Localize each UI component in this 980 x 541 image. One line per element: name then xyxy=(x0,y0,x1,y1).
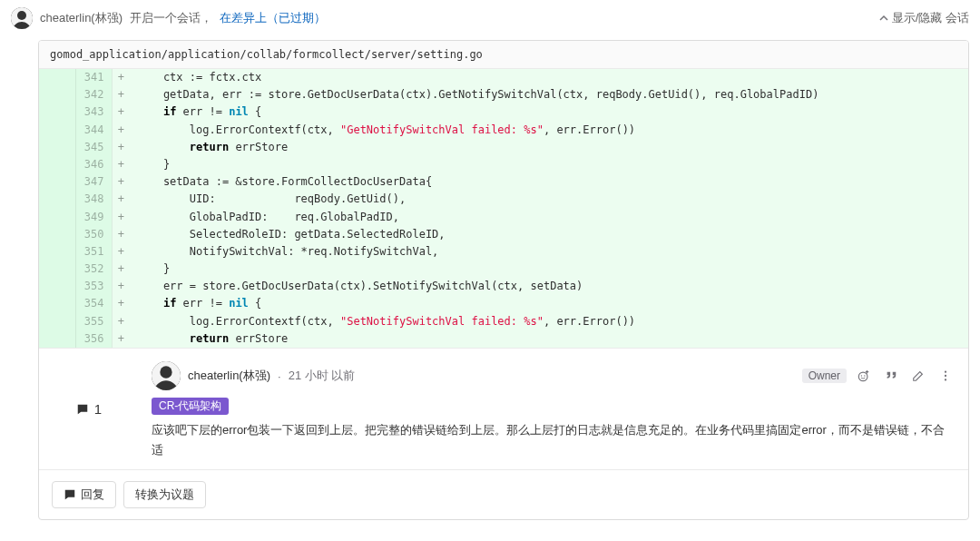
line-number-old: . xyxy=(39,86,75,103)
code-content: log.ErrorContextf(ctx, "SetNotifySwitchV… xyxy=(130,313,968,330)
avatar[interactable] xyxy=(11,7,33,29)
diff-line[interactable]: .348+ UID: reqBody.GetUid(), xyxy=(39,191,968,208)
thread-action-text: 开启一个会话， xyxy=(130,10,212,26)
avatar[interactable] xyxy=(152,361,181,390)
diff-line[interactable]: .349+ GlobalPadID: req.GlobalPadID, xyxy=(39,209,968,226)
diff-line[interactable]: .345+ return errStore xyxy=(39,139,968,156)
file-path[interactable]: gomod_application/application/collab/for… xyxy=(39,41,968,69)
line-number-new: 355 xyxy=(75,313,112,330)
line-number-new: 356 xyxy=(75,330,112,348)
svg-point-3 xyxy=(160,366,172,378)
diff-marker: + xyxy=(112,209,130,226)
diff-line[interactable]: .355+ log.ErrorContextf(ctx, "SetNotifyS… xyxy=(39,313,968,330)
code-content: if err != nil { xyxy=(130,103,968,121)
comment-block: 1 cheaterlin(林强) · 21 小时 以前 Owner xyxy=(39,348,968,469)
line-number-new: 346 xyxy=(75,156,112,173)
svg-point-1 xyxy=(17,11,26,20)
code-content: } xyxy=(130,261,968,278)
comment-header: cheaterlin(林强) · 21 小时 以前 Owner xyxy=(152,361,956,390)
code-content: if err != nil { xyxy=(130,295,968,312)
more-actions-button[interactable] xyxy=(936,368,956,384)
line-number-new: 343 xyxy=(75,103,112,121)
code-content: NotifySwitchVal: *req.NotifySwitchVal, xyxy=(130,243,968,261)
add-reaction-button[interactable] xyxy=(854,368,874,384)
diff-line[interactable]: .344+ log.ErrorContextf(ctx, "GetNotifyS… xyxy=(39,122,968,139)
line-number-new: 350 xyxy=(75,226,112,243)
line-number-old: . xyxy=(39,191,75,208)
line-number-old: . xyxy=(39,156,75,173)
line-number-old: . xyxy=(39,139,75,156)
diff-marker: + xyxy=(112,313,130,330)
diff-marker: + xyxy=(112,103,130,121)
code-content: UID: reqBody.GetUid(), xyxy=(130,191,968,208)
comment-author[interactable]: cheaterlin(林强) xyxy=(188,368,270,384)
toggle-thread-link[interactable]: 显示/隐藏 会话 xyxy=(879,10,969,26)
diff-line[interactable]: .343+ if err != nil { xyxy=(39,103,968,121)
line-number-old: . xyxy=(39,261,75,278)
diff-line[interactable]: .353+ err = store.GetDocUserData(ctx).Se… xyxy=(39,278,968,295)
svg-point-9 xyxy=(945,379,946,380)
line-number-old: . xyxy=(39,173,75,191)
diff-line[interactable]: .346+ } xyxy=(39,156,968,173)
line-number-old: . xyxy=(39,103,75,121)
code-content: log.ErrorContextf(ctx, "GetNotifySwitchV… xyxy=(130,122,968,139)
quote-button[interactable] xyxy=(881,368,901,384)
svg-point-8 xyxy=(945,375,946,377)
diff-line[interactable]: .352+ } xyxy=(39,261,968,278)
toggle-thread-label: 显示/隐藏 会话 xyxy=(892,10,969,26)
line-number-new: 349 xyxy=(75,209,112,226)
code-content: getData, err := store.GetDocUserData(ctx… xyxy=(130,86,968,103)
svg-point-7 xyxy=(945,370,946,372)
code-content: GlobalPadID: req.GlobalPadID, xyxy=(130,209,968,226)
thread-target-link[interactable]: 在差异上（已过期） xyxy=(220,10,326,26)
diff-line[interactable]: .351+ NotifySwitchVal: *req.NotifySwitch… xyxy=(39,243,968,261)
diff-line[interactable]: .356+ return errStore xyxy=(39,330,968,348)
diff-line[interactable]: .347+ setData := &store.FormCollectDocUs… xyxy=(39,173,968,191)
chevron-up-icon xyxy=(879,14,888,23)
diff-line[interactable]: .354+ if err != nil { xyxy=(39,295,968,312)
convert-label: 转换为议题 xyxy=(135,487,194,503)
thread-author[interactable]: cheaterlin(林强) xyxy=(40,10,122,26)
line-number-old: . xyxy=(39,243,75,261)
line-number-new: 353 xyxy=(75,278,112,295)
convert-to-issue-button[interactable]: 转换为议题 xyxy=(123,481,206,508)
line-number-old: . xyxy=(39,209,75,226)
line-number-new: 341 xyxy=(75,69,112,86)
diff-marker: + xyxy=(112,139,130,156)
reply-button[interactable]: 回复 xyxy=(52,481,116,508)
line-number-new: 347 xyxy=(75,173,112,191)
line-number-old: . xyxy=(39,122,75,139)
diff-line[interactable]: .350+ SelectedRoleID: getData.SelectedRo… xyxy=(39,226,968,243)
reply-label: 回复 xyxy=(81,487,104,503)
diff-marker: + xyxy=(112,243,130,261)
code-content: err = store.GetDocUserData(ctx).SetNotif… xyxy=(130,278,968,295)
svg-point-4 xyxy=(858,372,867,381)
line-number-old: . xyxy=(39,278,75,295)
diff-marker: + xyxy=(112,156,130,173)
line-number-old: . xyxy=(39,313,75,330)
comment-icon xyxy=(76,403,89,416)
diff-marker: + xyxy=(112,122,130,139)
line-number-new: 354 xyxy=(75,295,112,312)
diff-table: .341+ ctx := fctx.ctx.342+ getData, err … xyxy=(39,69,968,348)
comment-time[interactable]: 21 小时 以前 xyxy=(289,368,356,384)
code-content: } xyxy=(130,156,968,173)
diff-marker: + xyxy=(112,330,130,348)
separator: · xyxy=(278,369,281,383)
discussion-panel: gomod_application/application/collab/for… xyxy=(38,40,969,520)
code-content: return errStore xyxy=(130,139,968,156)
comment-icon xyxy=(64,488,76,501)
line-number-new: 351 xyxy=(75,243,112,261)
comment-tag[interactable]: CR-代码架构 xyxy=(152,398,229,415)
code-content: ctx := fctx.ctx xyxy=(130,69,968,86)
comment-gutter: 1 xyxy=(39,349,139,469)
diff-line[interactable]: .341+ ctx := fctx.ctx xyxy=(39,69,968,86)
diff-marker: + xyxy=(112,69,130,86)
diff-line[interactable]: .342+ getData, err := store.GetDocUserDa… xyxy=(39,86,968,103)
line-number-old: . xyxy=(39,330,75,348)
svg-point-6 xyxy=(864,375,865,376)
thread-header: cheaterlin(林强) 开启一个会话， 在差异上（已过期） 显示/隐藏 会… xyxy=(0,0,980,36)
diff-marker: + xyxy=(112,295,130,312)
edit-button[interactable] xyxy=(908,368,928,384)
svg-point-5 xyxy=(861,375,862,376)
